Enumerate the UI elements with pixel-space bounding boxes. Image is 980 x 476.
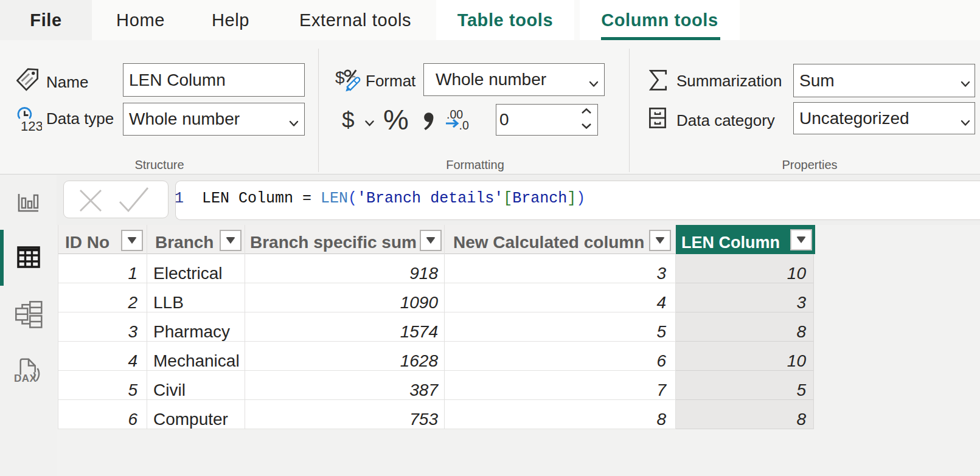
svg-text:$: $ bbox=[342, 108, 355, 133]
svg-text:%: % bbox=[383, 103, 409, 136]
svg-text:DAX: DAX bbox=[14, 373, 37, 384]
svg-text:$: $ bbox=[335, 68, 345, 87]
svg-text:.0: .0 bbox=[459, 119, 469, 132]
svg-text:123: 123 bbox=[21, 119, 42, 133]
